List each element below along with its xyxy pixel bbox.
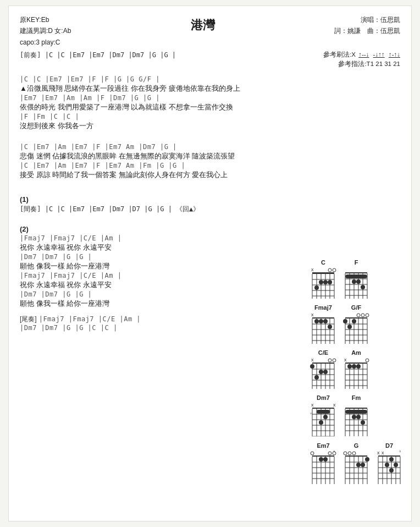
- svg-point-78: [333, 359, 336, 362]
- chord-diagrams: C: [310, 259, 403, 485]
- svg-text:x: x: [333, 402, 336, 408]
- verse2-lyrics2: 接受 原諒 時間給了我一個答案 無論此刻你人身在何方 愛在我心上: [20, 170, 400, 180]
- finger-ref: 參考指法:T1 21 31 21: [323, 60, 400, 68]
- svg-point-162: [348, 452, 351, 455]
- chord-diagram-C: C: [310, 259, 337, 299]
- header: 原KEY:Eb 建議男調:D 女:Ab capo:3 play:C 港灣 演唱：…: [20, 14, 400, 48]
- svg-text:x: x: [344, 357, 347, 363]
- svg-point-182: [385, 463, 389, 467]
- svg-rect-101: [312, 408, 334, 409]
- svg-point-116: [323, 415, 328, 419]
- svg-text:x: x: [311, 357, 314, 363]
- svg-point-132: [361, 420, 365, 425]
- chord-diagram-Dm7: Dm7 ° x x: [310, 394, 337, 437]
- svg-point-131: [352, 415, 356, 419]
- svg-point-15: [323, 280, 328, 284]
- svg-rect-29: [345, 275, 367, 278]
- svg-point-80: [310, 364, 314, 369]
- svg-point-183: [394, 463, 398, 467]
- svg-point-16: [319, 280, 323, 284]
- svg-point-165: [361, 463, 365, 467]
- chord-svg-CE: x: [310, 357, 337, 389]
- chord-diagram-Am: Am x: [342, 349, 370, 389]
- svg-point-17: [314, 286, 319, 290]
- header-right: 演唱：伍思凱 詞：姚謙 曲：伍思凱: [334, 14, 400, 37]
- chord-svg-Fmaj7: x: [310, 312, 337, 344]
- svg-point-96: [366, 359, 369, 362]
- svg-point-46: [319, 319, 323, 323]
- svg-point-30: [356, 279, 361, 284]
- verse1-lyrics2: 依偎的時光 我們用愛築了一座港灣 以為就這樣 不想拿一生當作交換: [20, 102, 400, 112]
- svg-rect-84: [345, 363, 367, 364]
- verse1: |C |C |Em7 |Em7 |F |F |G |G G/F | ▲沿微風飛翔…: [20, 75, 400, 131]
- svg-text:x: x: [311, 267, 314, 272]
- chorus-lyrics1: 祝你 永遠幸福 祝你 永遠平安: [20, 243, 400, 252]
- original-key: 原KEY:Eb: [20, 14, 71, 25]
- chord-diagram-Em7: Em7 °: [310, 442, 337, 485]
- capo: capo:3 play:C: [20, 37, 71, 48]
- svg-point-164: [365, 457, 369, 462]
- svg-text:°: °: [399, 450, 401, 455]
- verse1-chords2: |Em7 |Em7 |Am |Am |F |Dm7 |G |G |: [20, 94, 400, 102]
- chord-svg-Em7: °: [310, 450, 337, 485]
- verse1-chords1: |C |C |Em7 |Em7 |F |F |G |G G/F |: [20, 75, 400, 83]
- svg-rect-0: [312, 272, 334, 274]
- chord-diagram-D7: D7 ° x x: [375, 442, 403, 485]
- svg-point-98: [352, 364, 356, 369]
- verse2-chords1: |C |Em7 |Am |Em7 |F |Em7 Am |Dm7 |G |: [20, 143, 400, 151]
- page: 原KEY:Eb 建議男調:D 女:Ab capo:3 play:C 港灣 演唱：…: [8, 6, 412, 521]
- svg-point-63: [352, 319, 356, 323]
- svg-point-31: [352, 279, 356, 284]
- svg-rect-18: [345, 272, 367, 273]
- svg-point-61: [361, 314, 364, 317]
- diagram-row-2: Fmaj7 x: [310, 304, 403, 344]
- svg-point-45: [323, 319, 328, 323]
- lyrics-label: 詞：姚謙 曲：伍思凱: [334, 25, 400, 36]
- svg-rect-168: [378, 455, 400, 457]
- diagram-row-5: Em7 °: [310, 442, 403, 485]
- svg-point-166: [356, 463, 361, 467]
- svg-point-147: [328, 452, 331, 455]
- svg-point-161: [352, 452, 356, 455]
- svg-text:x: x: [311, 312, 314, 317]
- chord-diagram-G: G: [342, 442, 370, 485]
- svg-point-48: [328, 325, 332, 329]
- svg-text:°: °: [310, 412, 312, 417]
- interlude-chords: [間奏] |C |C |Em7 |Em7 |Dm7 |D7 |G |G | 《回…: [20, 205, 400, 214]
- verse2: |C |Em7 |Am |Em7 |F |Em7 Am |Dm7 |G | 悲傷…: [20, 143, 400, 180]
- svg-point-81: [323, 370, 328, 374]
- svg-point-79: [328, 359, 331, 362]
- svg-point-149: [319, 457, 323, 462]
- svg-rect-66: [312, 363, 334, 364]
- svg-point-148: [323, 457, 328, 462]
- svg-rect-129: [345, 410, 367, 414]
- chord-diagram-GF: G/F: [342, 304, 370, 344]
- chord-svg-D7: ° x x: [375, 450, 403, 485]
- chord-svg-C: x: [310, 267, 337, 299]
- svg-point-12: [328, 268, 331, 272]
- diagram-row-4: Dm7 ° x x: [310, 394, 403, 437]
- svg-point-82: [319, 370, 323, 374]
- diagram-row-1: C: [310, 259, 403, 299]
- svg-rect-49: [345, 317, 367, 319]
- outro-label: [尾奏]: [20, 315, 37, 324]
- outro-chords1: |Fmaj7 |Fmaj7 |C/E |Am |: [39, 315, 141, 323]
- verse1-lyrics1: ▲沿微風飛翔 思緒停在某一段過往 你在我身旁 疲倦地依靠在我的身上: [20, 84, 400, 94]
- svg-point-99: [347, 364, 352, 369]
- chord-diagram-F: F: [342, 259, 370, 299]
- svg-point-163: [344, 452, 347, 455]
- svg-rect-33: [312, 317, 334, 319]
- chord-svg-GF: [342, 312, 370, 344]
- svg-point-130: [356, 415, 361, 419]
- svg-point-145: [311, 452, 314, 455]
- svg-point-65: [343, 319, 347, 323]
- verse2-chords2: |C |Em7 |Am |Em7 |F |Em7 Am |Fm |G |G |: [20, 162, 400, 169]
- svg-point-184: [389, 468, 394, 473]
- chord-svg-Fm: [342, 402, 370, 437]
- chord-diagram-Fm: Fm: [342, 394, 370, 437]
- song-title: 港灣: [71, 14, 334, 34]
- strum-ref: 參考刷法:X ↑--↓ -↓↑↑ ↑-↑↓: [323, 51, 400, 59]
- artist-label: 演唱：伍思凱: [334, 14, 400, 25]
- svg-point-60: [366, 314, 369, 317]
- chord-diagram-CE: C/E x: [310, 349, 337, 389]
